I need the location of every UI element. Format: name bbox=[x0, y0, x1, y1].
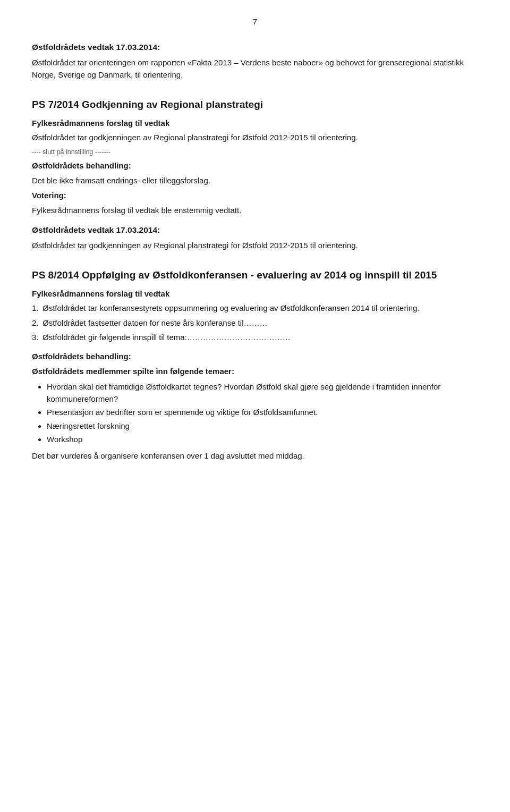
ps8-closing-text: Det bør vurderes å organisere konferanse… bbox=[32, 450, 478, 462]
list-item: 2. Østfoldrådet fastsetter datoen for ne… bbox=[32, 317, 478, 329]
ps7-separator: ---- slutt på innstilling ------- bbox=[32, 147, 478, 157]
ps7-treatment-body: Det ble ikke framsatt endrings- eller ti… bbox=[32, 174, 478, 187]
list-item: 1. Østfoldrådet tar konferansestyrets op… bbox=[32, 302, 478, 314]
ps7-voting-body: Fylkesrådmannens forslag til vedtak ble … bbox=[32, 204, 478, 216]
list-item-num: 2. bbox=[32, 317, 42, 329]
ps7-section: PS 7/2014 Godkjenning av Regional planst… bbox=[32, 98, 478, 251]
ps8-numbered-list: 1. Østfoldrådet tar konferansestyrets op… bbox=[32, 302, 478, 343]
list-item: 3. Østfoldrådet gir følgende innspill ti… bbox=[32, 331, 478, 343]
ps7-voting-label: Votering: bbox=[32, 190, 478, 202]
ps8-proposal-label: Fylkesrådmannens forslag til vedtak bbox=[32, 288, 478, 300]
list-item: Hvordan skal det framtidige Østfoldkarte… bbox=[47, 380, 478, 405]
list-item-num: 1. bbox=[32, 302, 42, 314]
vedtak-1-title: Østfoldrådets vedtak 17.03.2014: bbox=[32, 41, 478, 53]
list-item-num: 3. bbox=[32, 331, 42, 343]
ps7-proposal-label: Fylkesrådmannens forslag til vedtak bbox=[32, 117, 478, 130]
list-item-text: Østfoldrådet gir følgende innspill til t… bbox=[42, 331, 291, 343]
page-number: 7 bbox=[32, 16, 478, 28]
list-item-text: Østfoldrådet fastsetter datoen for neste… bbox=[42, 317, 268, 329]
vedtak-1-body: Østfoldrådet tar orienteringen om rappor… bbox=[32, 56, 478, 81]
vedtak-section-1: Østfoldrådets vedtak 17.03.2014: Østfold… bbox=[32, 41, 478, 81]
ps8-treatment-intro-bold: Østfoldrådets medlemmer spilte inn følge… bbox=[32, 367, 234, 376]
list-item: Workshop bbox=[47, 433, 478, 445]
ps7-heading: PS 7/2014 Godkjenning av Regional planst… bbox=[32, 98, 478, 112]
ps7-vedtak-title: Østfoldrådets vedtak 17.03.2014: bbox=[32, 224, 478, 236]
ps7-vedtak-body: Østfoldrådet tar godkjenningen av Region… bbox=[32, 239, 478, 251]
ps8-section: PS 8/2014 Oppfølging av Østfoldkonferans… bbox=[32, 268, 478, 462]
list-item: Næringsrettet forskning bbox=[47, 420, 478, 432]
ps8-heading: PS 8/2014 Oppfølging av Østfoldkonferans… bbox=[32, 268, 478, 283]
ps7-treatment-label: Østfoldrådets behandling: bbox=[32, 160, 478, 172]
list-item: Presentasjon av bedrifter som er spennen… bbox=[47, 406, 478, 418]
ps8-treatment-intro: Østfoldrådets medlemmer spilte inn følge… bbox=[32, 365, 478, 377]
ps8-treatment-label: Østfoldrådets behandling: bbox=[32, 351, 478, 363]
list-item-text: Østfoldrådet tar konferansestyrets oppsu… bbox=[42, 302, 420, 314]
ps7-proposal-body: Østfoldrådet tar godkjenningen av Region… bbox=[32, 131, 478, 143]
ps8-bullet-list: Hvordan skal det framtidige Østfoldkarte… bbox=[47, 380, 478, 445]
